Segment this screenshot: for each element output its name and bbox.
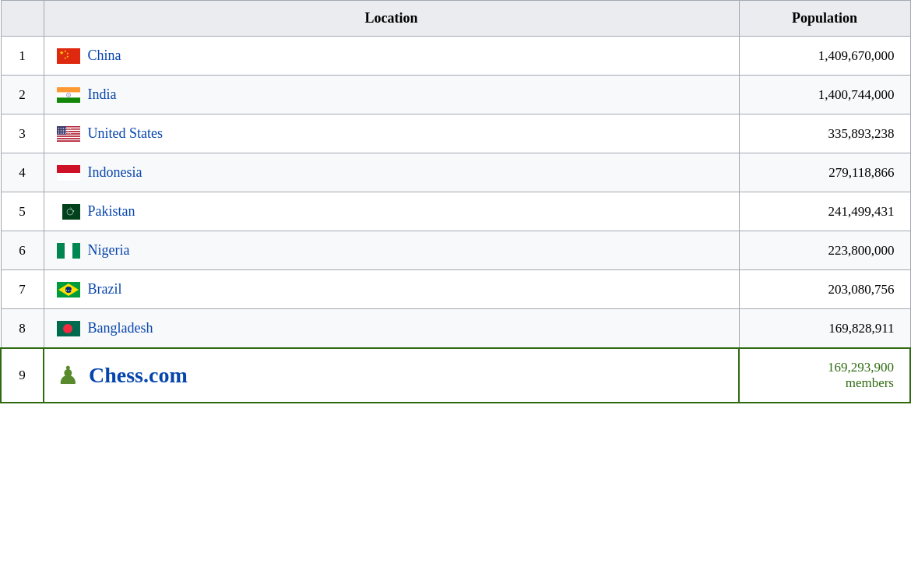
location-inner: Nigeria [57,242,726,259]
rank-cell: 7 [1,270,44,309]
location-link[interactable]: Bangladesh [88,320,153,336]
location-cell: Bangladesh [44,309,739,349]
location-link[interactable]: Indonesia [88,164,142,181]
location-inner: ★★★ Brazil [57,281,726,298]
location-cell: India [44,76,739,114]
location-link[interactable]: China [88,48,121,64]
svg-text:★★★: ★★★ [65,289,72,292]
table-row: 7 ★★★ Brazil203,080,756 [1,270,910,309]
location-cell: Nigeria [44,231,739,270]
rank-cell: 1 [1,37,44,76]
population-cell: 203,080,756 [739,270,910,309]
svg-point-45 [63,324,72,333]
population-table: Location Population 1 ★ ★ ★ ★ ★ China1,4… [0,0,911,403]
population-cell: 335,893,238 [739,114,910,153]
svg-rect-19 [57,136,80,137]
location-link[interactable]: Pakistan [88,203,135,220]
location-inner: ★ ★ ★ ★ ★ China [57,48,726,64]
table-row: 2 India1,400,744,000 [1,76,910,114]
population-cell: 223,800,000 [739,231,910,270]
rank-cell: 4 [1,153,44,192]
svg-rect-39 [72,243,80,259]
location-link[interactable]: Brazil [88,281,122,298]
svg-rect-37 [57,243,65,259]
table-row: 9 ♟ Chess.com 169,293,900 members [1,348,910,403]
table-row: 4 Indonesia279,118,866 [1,153,910,192]
svg-text:★: ★ [72,209,75,213]
svg-rect-23 [57,140,80,142]
location-cell: ★ ★ ★ ★ ★ China [44,37,739,76]
rank-cell: 3 [1,114,44,153]
rank-header [1,1,44,37]
table-row: 8 Bangladesh169,828,911 [1,309,910,349]
svg-rect-8 [57,97,80,103]
table-row: 6 Nigeria223,800,000 [1,231,910,270]
chess-site-name: Chess.com [89,363,188,388]
rank-cell: 5 [1,192,44,231]
table-row: 1 ★ ★ ★ ★ ★ China1,409,670,000 [1,37,910,76]
svg-rect-31 [57,204,62,220]
svg-rect-21 [57,138,80,139]
location-cell: Indonesia [44,153,739,192]
location-inner: Indonesia [57,164,726,181]
svg-rect-20 [57,136,80,138]
location-inner: ★★★★★★ ★★★★★ ★★★★★★ United States [57,125,726,142]
table-row: 5 ☽ ★ Pakistan241,499,431 [1,192,910,231]
population-cell: 1,400,744,000 [739,76,910,114]
svg-rect-18 [57,134,80,136]
location-link[interactable]: United States [88,125,164,142]
table-row: 3 ★★★★★★ ★★★★★ ★★★★★★ United States335,8… [1,114,910,153]
location-cell: ☽ ★ Pakistan [44,192,739,231]
population-cell: 1,409,670,000 [739,37,910,76]
chess-location: ♟ Chess.com [57,361,726,390]
population-cell: 241,499,431 [739,192,910,231]
location-link[interactable]: Nigeria [88,242,130,259]
location-header: Location [44,1,739,37]
location-cell: ♟ Chess.com [44,348,739,403]
location-inner: ☽ ★ Pakistan [57,203,726,220]
location-cell: ★★★ Brazil [44,270,739,309]
svg-rect-22 [57,139,80,140]
chess-population-number: 169,293,900 [828,360,894,375]
rank-cell: 9 [1,348,44,403]
rank-cell: 8 [1,309,44,349]
location-link[interactable]: India [88,86,117,103]
population-cell: 279,118,866 [739,153,910,192]
svg-rect-6 [57,87,80,93]
population-cell: 169,828,911 [739,309,910,349]
svg-rect-29 [57,173,80,181]
rank-cell: 6 [1,231,44,270]
population-header: Population [739,1,910,37]
chess-pawn-icon: ♟ [57,361,79,390]
svg-rect-38 [65,243,72,259]
population-cell: 169,293,900 members [739,348,910,403]
rank-cell: 2 [1,76,44,114]
location-cell: ★★★★★★ ★★★★★ ★★★★★★ United States [44,114,739,153]
svg-text:★★★★★★: ★★★★★★ [58,132,72,135]
location-inner: India [57,86,726,103]
svg-point-10 [68,94,69,95]
location-inner: Bangladesh [57,320,726,336]
svg-text:★: ★ [64,56,67,60]
svg-rect-28 [57,165,80,173]
chess-members-label: members [752,375,894,391]
